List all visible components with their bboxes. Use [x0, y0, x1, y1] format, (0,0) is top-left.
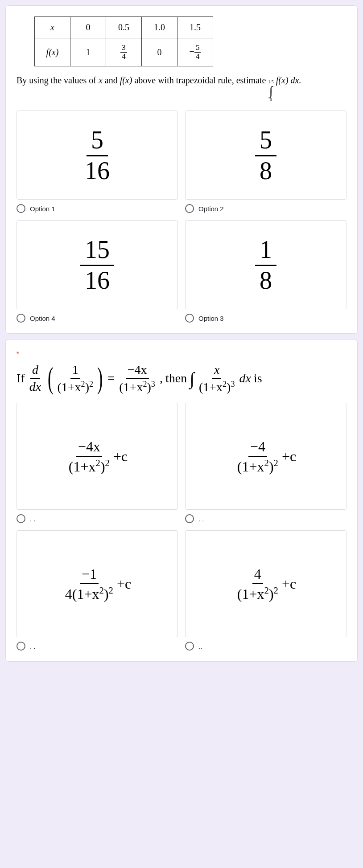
option-wrapper: 58 Option 2: [185, 111, 346, 213]
option-2-row[interactable]: Option 2: [185, 204, 346, 213]
option-c-box[interactable]: −1 4(1+x2)2 +c: [16, 530, 178, 637]
radio-icon[interactable]: [185, 204, 194, 213]
option-label: Option 3: [198, 315, 224, 322]
option-wrapper: −1 4(1+x2)2 +c . .: [16, 530, 178, 651]
option-label: Option 1: [30, 205, 55, 213]
option-d-box[interactable]: 4 (1+x2)2 +c: [185, 530, 346, 637]
table-cell: 0: [142, 38, 177, 66]
option-3-box[interactable]: 18: [185, 220, 346, 309]
table-row: f(x) 1 34 0 −54: [35, 38, 213, 66]
option-4-row[interactable]: Option 4: [16, 314, 178, 323]
option-wrapper: −4x (1+x2)2 +c . .: [16, 403, 178, 523]
option-label: . .: [198, 515, 204, 523]
table-cell: −54: [177, 38, 213, 66]
question-2-prompt: If d dx ( 1 (1+x2)2 ) = −4x (1+x2)3 , th…: [16, 361, 346, 396]
required-indicator: *: [16, 350, 346, 357]
radio-icon[interactable]: [185, 642, 194, 651]
option-d-row[interactable]: ..: [185, 642, 346, 651]
radio-icon[interactable]: [16, 514, 25, 523]
option-label: . .: [30, 515, 36, 523]
option-wrapper: −4 (1+x2)2 +c . .: [185, 403, 346, 523]
radio-icon[interactable]: [16, 314, 25, 323]
question-card-2: * If d dx ( 1 (1+x2)2 ) = −4x (1+x2)3 , …: [5, 339, 358, 662]
radio-icon[interactable]: [185, 314, 194, 323]
radio-icon[interactable]: [16, 642, 25, 651]
table-cell: 1.0: [142, 17, 177, 38]
table-cell: 1.5: [177, 17, 213, 38]
option-wrapper: 18 Option 3: [185, 220, 346, 323]
option-c-row[interactable]: . .: [16, 642, 178, 651]
option-a-row[interactable]: . .: [16, 514, 178, 523]
options-grid-1: 516 Option 1 58 Option 2 1516 Option 4: [16, 111, 346, 323]
option-wrapper: 4 (1+x2)2 +c ..: [185, 530, 346, 651]
table-row: x 0 0.5 1.0 1.5: [35, 17, 213, 38]
option-b-box[interactable]: −4 (1+x2)2 +c: [185, 403, 346, 510]
option-3-row[interactable]: Option 3: [185, 314, 346, 323]
option-1-row[interactable]: Option 1: [16, 204, 178, 213]
option-label: . .: [30, 643, 36, 650]
data-table: x 0 0.5 1.0 1.5 f(x) 1 34 0 −54: [34, 16, 213, 66]
option-label: ..: [198, 643, 202, 650]
radio-icon[interactable]: [16, 204, 25, 213]
table-header-fx: f(x): [35, 38, 70, 66]
option-2-box[interactable]: 58: [185, 111, 346, 200]
table-header-x: x: [35, 17, 70, 38]
option-a-box[interactable]: −4x (1+x2)2 +c: [16, 403, 178, 510]
option-label: Option 4: [30, 315, 55, 322]
question-card-1: x 0 0.5 1.0 1.5 f(x) 1 34 0 −54 By using…: [5, 5, 358, 334]
option-wrapper: 516 Option 1: [16, 111, 178, 213]
options-grid-2: −4x (1+x2)2 +c . . −4 (1+x2)2 +c: [16, 403, 346, 651]
table-cell: 1: [70, 38, 106, 66]
option-wrapper: 1516 Option 4: [16, 220, 178, 323]
option-1-box[interactable]: 516: [16, 111, 178, 200]
question-1-prompt: By using the values of x and f(x) above …: [16, 75, 346, 102]
option-label: Option 2: [198, 205, 224, 213]
table-cell: 0.5: [106, 17, 142, 38]
option-4-box[interactable]: 1516: [16, 220, 178, 309]
table-cell: 34: [106, 38, 142, 66]
radio-icon[interactable]: [185, 514, 194, 523]
table-cell: 0: [70, 17, 106, 38]
question-1-header: x 0 0.5 1.0 1.5 f(x) 1 34 0 −54 By using…: [16, 16, 346, 102]
option-b-row[interactable]: . .: [185, 514, 346, 523]
